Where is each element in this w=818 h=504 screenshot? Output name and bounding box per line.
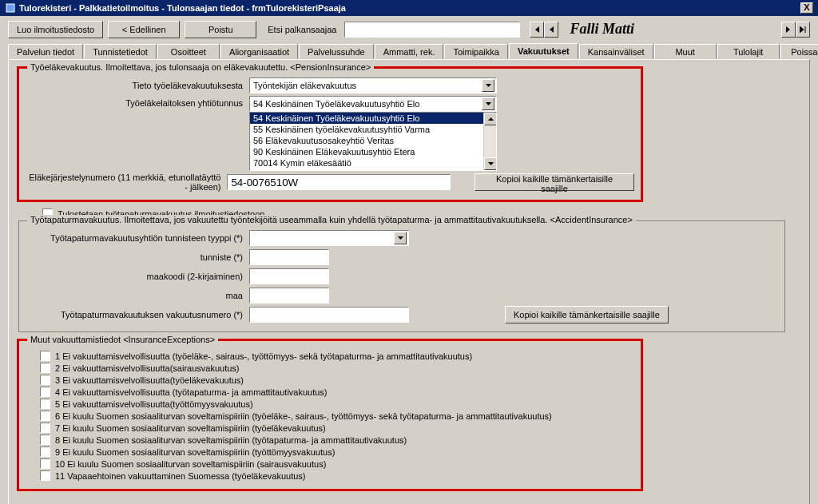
pension-company-listbox[interactable]: 54 Keskinäinen Työeläkevakuutusyhtiö Elo… (249, 112, 497, 171)
exception-line: 2 Ei vakuuttamisvelvollisuutta(sairausva… (40, 363, 634, 373)
pension-type-label: Tieto työeläkevakuutuksesta (26, 81, 249, 90)
exception-checkbox[interactable] (40, 387, 50, 397)
accident-countrycode-label: maakoodi (2-kirjaiminen) (26, 272, 249, 281)
tab-osoitteet[interactable]: Osoitteet (157, 44, 220, 59)
tabs: Palvelun tiedot Tunnistetiedot Osoitteet… (8, 43, 810, 59)
pension-company-value: 54 Keskinäinen Työeläkevakuutusyhtiö Elo (253, 99, 419, 109)
exception-line: 7 Ei kuulu Suomen sosiaaliturvan sovelta… (40, 423, 634, 433)
exception-label: 5 Ei vakuuttamisvelvollisuutta(työttömyy… (55, 399, 253, 409)
exception-line: 3 Ei vakuuttamisvelvollisuutta(työeläkev… (40, 375, 634, 385)
exception-checkbox[interactable] (40, 458, 50, 469)
list-item[interactable]: 54 Keskinäinen Työeläkevakuutusyhtiö Elo (250, 113, 496, 124)
exception-label: 4 Ei vakuuttamisvelvollisuutta (työtapat… (55, 387, 328, 397)
pension-arrangement-input[interactable] (227, 174, 451, 190)
window-titlebar: Tulorekisteri - Palkkatietoilmoitus - Tu… (0, 0, 818, 16)
nav-last-icon[interactable] (796, 22, 810, 38)
accident-country-input[interactable] (249, 288, 329, 304)
accident-legend: Työtapaturmavakuutus. Ilmoitettava, jos … (27, 215, 636, 224)
app-icon (5, 2, 16, 14)
person-name: Falli Matti (566, 22, 768, 38)
tab-palvelussuhde[interactable]: Palvelussuhde (299, 44, 374, 59)
pension-company-label: Työeläkelaitoksen yhtiötunnus (26, 96, 249, 108)
exception-line: 6 Ei kuulu Suomen sosiaaliturvan sovelta… (40, 411, 634, 421)
exception-checkbox[interactable] (40, 351, 50, 361)
accident-country-label: maa (26, 291, 249, 300)
tab-muut[interactable]: Muut (654, 44, 717, 59)
list-item[interactable]: 70014 Kymin eläkesäätiö (250, 157, 496, 169)
exception-label: 3 Ei vakuuttamisvelvollisuutta(työeläkev… (55, 375, 244, 385)
search-input[interactable] (344, 22, 520, 38)
chevron-down-icon (482, 97, 494, 110)
scroll-down-icon[interactable] (484, 157, 497, 170)
exception-label: 1 Ei vakuuttamisvelvollisuutta (työeläke… (55, 351, 472, 361)
accident-countrycode-input[interactable] (249, 268, 329, 284)
list-item[interactable]: 56 Eläkevakuutusosakeyhtiö Veritas (250, 135, 496, 146)
exit-button[interactable]: Poistu (185, 21, 256, 38)
exception-checkbox[interactable] (40, 446, 50, 457)
nav-next-icon[interactable] (781, 22, 796, 38)
accident-idtype-select[interactable] (249, 230, 409, 246)
tab-vakuutukset[interactable]: Vakuutukset (509, 43, 578, 59)
create-file-button[interactable]: Luo ilmoitustiedosto (8, 21, 103, 38)
exception-checkbox[interactable] (40, 423, 50, 433)
exception-checkbox[interactable] (40, 470, 50, 481)
pension-type-select[interactable]: Työntekijän eläkevakuutus (249, 77, 497, 93)
exception-line: 8 Ei kuulu Suomen sosiaaliturvan sovelta… (40, 435, 634, 445)
tab-palvelun-tiedot[interactable]: Palvelun tiedot (8, 44, 83, 59)
toolbar: Luo ilmoitustiedosto < Edellinen Poistu … (0, 16, 818, 42)
exception-line: 4 Ei vakuuttamisvelvollisuutta (työtapat… (40, 387, 634, 397)
tab-tunnistetiedot[interactable]: Tunnistetiedot (84, 44, 157, 59)
exception-line: 10 Ei kuulu Suomen sosiaaliturvan sovelt… (40, 458, 634, 469)
pension-copy-button[interactable]: Kopioi kaikille tämänkertaisille saajill… (475, 173, 634, 191)
tab-tulolajit[interactable]: Tulolajit (717, 44, 780, 59)
exception-label: 10 Ei kuulu Suomen sosiaaliturvan sovelt… (55, 459, 326, 469)
list-item[interactable]: 55 Keskinäinen työeläkevakuutusyhtiö Var… (250, 124, 496, 135)
pension-type-value: Työntekijän eläkevakuutus (253, 81, 356, 90)
exception-checkbox[interactable] (40, 411, 50, 421)
scrollbar[interactable] (483, 113, 496, 170)
accident-idtype-label: Työtapaturmavakuutusyhtiön tunnisteen ty… (26, 233, 249, 243)
nav-prev-icon[interactable] (544, 22, 558, 38)
window-title: Tulorekisteri - Palkkatietoilmoitus - Tu… (19, 3, 346, 13)
accident-id-input[interactable] (249, 249, 329, 265)
pension-company-select[interactable]: 54 Keskinäinen Työeläkevakuutusyhtiö Elo (249, 96, 497, 112)
tab-poissaolot[interactable]: Poissaolot (780, 44, 818, 59)
chevron-down-icon (394, 232, 407, 244)
accident-id-label: tunniste (*) (26, 252, 249, 262)
tab-panel: Työeläkevakuutus. Ilmoitettava, jos tulo… (8, 59, 810, 504)
exception-checkbox[interactable] (40, 399, 50, 409)
accident-number-label: Työtapaturmavakuutuksen vakuutusnumero (… (26, 310, 249, 319)
exception-line: 11 Vapaaehtoinen vakuuttaminen Suomessa … (40, 470, 634, 481)
accident-copy-button[interactable]: Kopioi kaikille tämänkertaisille saajill… (505, 306, 669, 323)
exception-label: 7 Ei kuulu Suomen sosiaaliturvan sovelta… (55, 423, 326, 433)
exception-checkbox[interactable] (40, 363, 50, 373)
exception-label: 11 Vapaaehtoinen vakuuttaminen Suomessa … (55, 471, 306, 481)
exception-checkbox[interactable] (40, 375, 50, 385)
list-item[interactable]: 90 Keskinäinen Eläkevakuutusyhtiö Etera (250, 146, 496, 157)
exception-label: 8 Ei kuulu Suomen sosiaaliturvan sovelta… (55, 435, 407, 445)
tab-aliorganisaatiot[interactable]: Aliorganisaatiot (220, 44, 298, 59)
exception-label: 2 Ei vakuuttamisvelvollisuutta(sairausva… (55, 363, 240, 373)
prev-button[interactable]: < Edellinen (108, 21, 180, 38)
exception-line: 1 Ei vakuuttamisvelvollisuutta (työeläke… (40, 351, 634, 361)
search-label: Etsi palkansaajaa (268, 25, 336, 34)
exceptions-fieldset: Muut vakuuttamistiedot <InsuranceExcepti… (18, 340, 641, 490)
exception-line: 5 Ei vakuuttamisvelvollisuutta(työttömyy… (40, 399, 634, 409)
scroll-up-icon[interactable] (484, 113, 497, 125)
nav-first-icon[interactable] (530, 22, 544, 38)
tab-kansainvaliset[interactable]: Kansainväliset (579, 44, 653, 59)
exception-label: 9 Ei kuulu Suomen sosiaaliturvan sovelta… (55, 447, 335, 457)
accident-fieldset: Työtapaturmavakuutus. Ilmoitettava, jos … (18, 220, 785, 332)
accident-number-input[interactable] (249, 307, 409, 323)
close-button[interactable]: X (800, 2, 813, 14)
chevron-down-icon (482, 79, 494, 92)
svg-rect-0 (6, 4, 14, 12)
exception-label: 6 Ei kuulu Suomen sosiaaliturvan sovelta… (55, 411, 552, 421)
pension-arrangement-label: Eläkejärjestelynumero (11 merkkiä, etuno… (26, 173, 227, 192)
tab-ammatti[interactable]: Ammatti, rek. (375, 44, 444, 59)
exception-line: 9 Ei kuulu Suomen sosiaaliturvan sovelta… (40, 446, 634, 457)
tab-toimipaikka[interactable]: Toimipaikka (444, 44, 507, 59)
exceptions-legend: Muut vakuuttamistiedot <InsuranceExcepti… (27, 335, 218, 344)
pension-fieldset: Työeläkevakuutus. Ilmoitettava, jos tulo… (18, 68, 641, 200)
exception-checkbox[interactable] (40, 435, 50, 445)
